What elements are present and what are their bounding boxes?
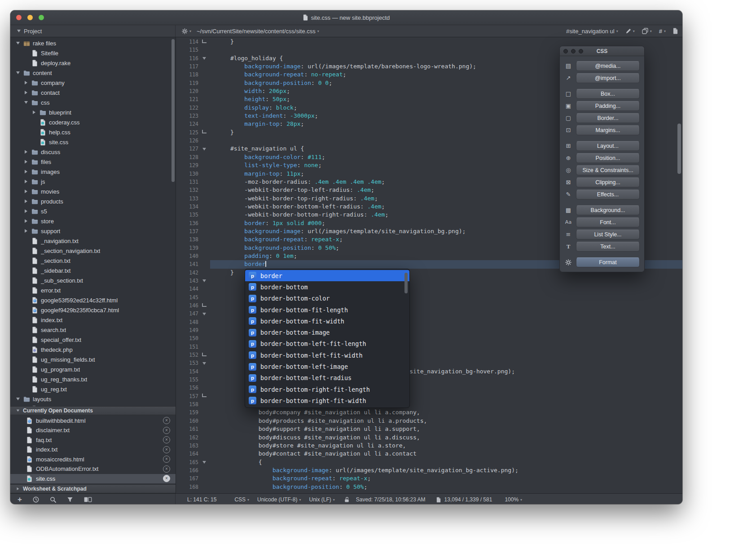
fold-marker[interactable]	[198, 211, 210, 219]
open-document-item[interactable]: ODBAutomationError.txt ×	[10, 464, 176, 474]
fold-marker[interactable]	[198, 161, 210, 169]
project-disclosure-triangle[interactable]	[16, 28, 22, 34]
disclosure-triangle[interactable]	[23, 307, 29, 313]
tree-item[interactable]: files	[10, 157, 176, 167]
disclosure-triangle[interactable]	[23, 100, 29, 106]
disclosure-triangle[interactable]	[31, 120, 37, 125]
fold-marker[interactable]	[198, 195, 210, 203]
open-document-item[interactable]: index.txt ×	[10, 445, 176, 455]
autocomplete-item[interactable]: p border-bottom-fit-width	[245, 315, 409, 327]
tree-item[interactable]: contact	[10, 88, 176, 97]
disclosure-triangle[interactable]	[23, 248, 29, 254]
tree-item[interactable]: ug_program.txt	[10, 364, 176, 374]
search-icon[interactable]	[50, 496, 56, 503]
close-document-button[interactable]: ×	[163, 436, 170, 443]
fold-marker[interactable]	[198, 227, 210, 235]
palette-button[interactable]: Border...	[576, 113, 640, 123]
zoom-window-button[interactable]	[39, 15, 44, 20]
fold-marker[interactable]	[198, 260, 210, 268]
selector-navigation-menu[interactable]: #site_navigation ul ▾	[566, 28, 618, 35]
close-document-button[interactable]: ×	[163, 465, 170, 473]
tree-item[interactable]: googlef9429b235f0cbca7.html	[10, 305, 176, 315]
fold-marker[interactable]	[198, 252, 210, 260]
palette-button[interactable]: Margins...	[576, 125, 640, 135]
palette-title-bar[interactable]: CSS	[560, 46, 644, 56]
tree-item[interactable]: deploy.rake	[10, 58, 176, 68]
disclosure-triangle[interactable]	[23, 376, 29, 382]
tree-item[interactable]: _sidebar.txt	[10, 266, 176, 275]
zoom-menu[interactable]: 100% ▾	[505, 496, 522, 503]
encoding-menu[interactable]: Unicode (UTF-8) ▾	[257, 496, 301, 503]
close-document-button[interactable]: ×	[163, 446, 170, 453]
fold-marker[interactable]	[198, 62, 210, 71]
minimize-window-button[interactable]	[27, 15, 33, 20]
fold-marker[interactable]	[198, 474, 210, 483]
palette-button[interactable]: @media...	[576, 61, 640, 71]
fold-marker[interactable]	[198, 269, 210, 277]
disclosure-triangle[interactable]	[15, 70, 21, 76]
fold-marker[interactable]	[198, 343, 210, 351]
fold-marker[interactable]	[198, 145, 210, 153]
disclosure-triangle[interactable]	[23, 199, 29, 204]
open-document-item[interactable]: disclaimer.txt ×	[10, 425, 176, 435]
palette-zoom-button[interactable]	[579, 49, 583, 53]
fold-marker[interactable]	[198, 235, 210, 244]
autocomplete-item[interactable]: p border-bottom-left-image	[245, 361, 409, 372]
fold-marker[interactable]	[198, 285, 210, 293]
line-ending-menu[interactable]: Unix (LF) ▾	[309, 496, 334, 503]
tree-item[interactable]: js	[10, 177, 176, 186]
autocomplete-item[interactable]: p border-bottom-left-radius	[245, 372, 409, 384]
disclosure-triangle[interactable]	[23, 228, 29, 234]
fold-marker[interactable]	[198, 128, 210, 137]
close-window-button[interactable]	[16, 15, 22, 20]
css-palette[interactable]: CSS ▤ @media... ↗ @import... □ Box... ▣ …	[559, 46, 645, 272]
tree-item[interactable]: ug_reg.txt	[10, 384, 176, 394]
disclosure-triangle[interactable]	[23, 50, 29, 56]
fold-marker[interactable]	[198, 400, 210, 408]
disclosure-triangle[interactable]	[23, 90, 29, 96]
split-view-icon[interactable]	[84, 497, 92, 502]
document-path-menu[interactable]: ~/svn/CurrentSite/newsite/content/css/si…	[197, 28, 319, 35]
add-icon[interactable]: +	[18, 496, 22, 503]
disclosure-triangle[interactable]	[23, 80, 29, 86]
tree-item[interactable]: _sub_section.txt	[10, 275, 176, 285]
language-menu[interactable]: CSS ▾	[234, 496, 249, 503]
fold-marker[interactable]	[198, 293, 210, 301]
palette-button[interactable]: Effects...	[576, 190, 640, 199]
tree-item[interactable]: discuss	[10, 147, 176, 157]
autocomplete-item[interactable]: p border-bottom-image	[245, 327, 409, 338]
fold-marker[interactable]	[198, 351, 210, 359]
palette-button[interactable]: Text...	[576, 242, 640, 252]
tree-item[interactable]: blueprint	[10, 107, 176, 117]
disclosure-triangle[interactable]	[23, 149, 29, 155]
tree-item[interactable]: _navigation.txt	[10, 236, 176, 246]
fold-marker[interactable]	[198, 425, 210, 433]
tree-item[interactable]: css	[10, 97, 176, 107]
disclosure-triangle[interactable]	[23, 288, 29, 293]
sidebar-scrollbar-thumb[interactable]	[171, 39, 175, 182]
tree-item[interactable]: error.txt	[10, 285, 176, 295]
autocomplete-item[interactable]: p border-bottom-left-fit-width	[245, 350, 409, 361]
fold-marker[interactable]	[198, 178, 210, 186]
disclosure-triangle[interactable]	[23, 189, 29, 195]
autocomplete-scrollbar-thumb[interactable]	[404, 273, 408, 293]
fold-marker[interactable]	[198, 79, 210, 87]
fold-marker[interactable]	[198, 46, 210, 54]
disclosure-triangle[interactable]	[23, 297, 29, 303]
disclosure-triangle[interactable]	[31, 139, 37, 145]
fold-marker[interactable]	[198, 186, 210, 194]
open-document-item[interactable]: site.css ×	[10, 474, 176, 484]
fold-marker[interactable]	[198, 334, 210, 342]
fold-marker[interactable]	[198, 104, 210, 112]
fold-marker[interactable]	[198, 112, 210, 120]
fold-marker[interactable]	[198, 359, 210, 367]
tree-item[interactable]: google53f592ed214c32ff.html	[10, 295, 176, 305]
palette-button[interactable]: Box...	[576, 89, 640, 99]
fold-marker[interactable]	[198, 38, 210, 46]
disclosure-triangle[interactable]	[23, 218, 29, 224]
tree-item[interactable]: content	[10, 68, 176, 78]
tree-item[interactable]: support	[10, 226, 176, 236]
disclosure-triangle[interactable]	[15, 396, 21, 402]
tree-item[interactable]: s5	[10, 206, 176, 216]
tree-item[interactable]: help.css	[10, 127, 176, 137]
